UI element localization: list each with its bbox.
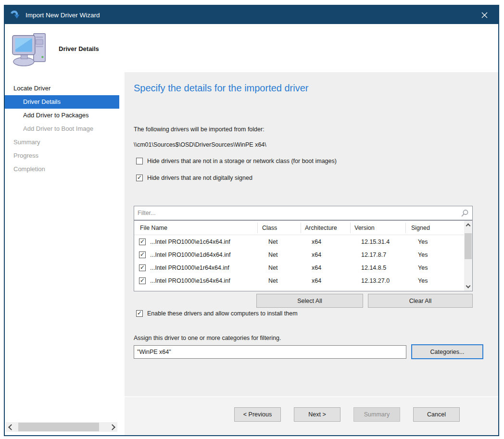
cell-architecture: x64 [312, 277, 361, 284]
categories-button[interactable]: Categories... [411, 344, 483, 359]
table-row[interactable]: ...Intel PRO1000\e1d64x64.inf Net x64 12… [134, 248, 472, 261]
scroll-left-arrow-icon[interactable] [6, 422, 14, 432]
column-header-signed[interactable]: Signed [406, 223, 472, 233]
scroll-right-arrow-icon[interactable] [109, 422, 117, 432]
title-bar: Import New Driver Wizard [5, 6, 498, 24]
import-intro-text: The following drivers will be imported f… [134, 126, 265, 133]
cell-class: Net [268, 277, 312, 284]
row-checkbox[interactable] [139, 251, 146, 258]
computer-icon [12, 30, 49, 67]
hide-unsigned-checkbox-label: Hide drivers that are not digitally sign… [147, 175, 252, 181]
table-row[interactable]: ...Intel PRO1000\e1s64x64.inf Net x64 12… [134, 274, 472, 287]
wizard-body: Locate Driver Driver Details Add Driver … [5, 72, 498, 435]
wizard-page-header: Driver Details [5, 24, 498, 72]
hide-unsigned-checkbox-row: Hide drivers that are not digitally sign… [136, 175, 252, 181]
cell-version: 12.17.8.7 [361, 251, 418, 258]
column-header-file-name[interactable]: File Name [134, 223, 258, 233]
table-vertical-scrollbar[interactable] [464, 221, 472, 291]
wizard-step-sidebar: Locate Driver Driver Details Add Driver … [5, 72, 119, 435]
hide-unsigned-checkbox[interactable] [136, 175, 143, 181]
select-all-button[interactable]: Select All [256, 294, 363, 308]
sidebar-item-add-driver-to-packages[interactable]: Add Driver to Packages [5, 109, 119, 122]
cell-file-name: ...Intel PRO1000\e1r64x64.inf [150, 264, 268, 271]
driver-table-header: File Name Class Architecture Version Sig… [134, 221, 472, 235]
driver-source-path: \\cm01\Sources$\OSD\DriverSources\WinPE … [134, 141, 266, 148]
vertical-scrollbar-thumb[interactable] [465, 233, 472, 259]
content-heading: Specify the details for the imported dri… [134, 83, 309, 94]
sidebar-item-driver-details[interactable]: Driver Details [5, 95, 119, 109]
wizard-arrow-icon [10, 10, 21, 20]
enable-drivers-checkbox-label: Enable these drivers and allow computers… [147, 310, 298, 317]
cell-class: Net [268, 251, 312, 258]
window-title: Import New Driver Wizard [25, 12, 100, 19]
clear-all-button[interactable]: Clear All [368, 294, 473, 308]
cell-file-name: ...Intel PRO1000\e1c64x64.inf [150, 238, 268, 245]
driver-table: File Name Class Architecture Version Sig… [134, 220, 473, 291]
sidebar-horizontal-scrollbar[interactable] [6, 422, 117, 432]
wizard-footer: < Previous Next > Summary Cancel [125, 396, 498, 435]
hide-storage-checkbox[interactable] [136, 158, 143, 164]
filter-input[interactable] [138, 207, 450, 219]
scroll-down-arrow-icon[interactable] [464, 283, 472, 291]
cell-architecture: x64 [312, 264, 361, 271]
cell-version: 12.15.31.4 [361, 238, 418, 245]
horizontal-scrollbar-thumb[interactable] [18, 423, 99, 431]
cell-version: 12.13.27.0 [361, 277, 418, 284]
row-checkbox[interactable] [139, 277, 146, 284]
page-title: Driver Details [59, 45, 99, 52]
table-row[interactable]: ...Intel PRO1000\e1r64x64.inf Net x64 12… [134, 261, 472, 274]
close-icon [481, 12, 488, 19]
cell-architecture: x64 [312, 251, 361, 258]
assign-categories-label: Assign this driver to one or more catego… [134, 335, 281, 341]
column-header-version[interactable]: Version [351, 223, 406, 233]
step-list: Locate Driver Driver Details Add Driver … [5, 82, 119, 176]
row-checkbox[interactable] [139, 238, 146, 245]
close-button[interactable] [476, 8, 492, 22]
content-panel: Specify the details for the imported dri… [125, 72, 498, 435]
cell-class: Net [268, 238, 312, 245]
cell-class: Net [268, 264, 312, 271]
filter-box [134, 206, 473, 220]
cell-file-name: ...Intel PRO1000\e1s64x64.inf [150, 277, 268, 284]
column-header-class[interactable]: Class [258, 223, 301, 233]
previous-button[interactable]: < Previous [234, 407, 281, 422]
sidebar-item-add-driver-to-boot-image: Add Driver to Boot Image [5, 122, 119, 136]
cancel-button[interactable]: Cancel [413, 407, 460, 422]
hide-storage-checkbox-label: Hide drivers that are not in a storage o… [147, 158, 337, 164]
hide-storage-checkbox-row: Hide drivers that are not in a storage o… [136, 158, 337, 164]
cell-architecture: x64 [312, 238, 361, 245]
column-header-architecture[interactable]: Architecture [301, 223, 351, 233]
row-checkbox[interactable] [139, 264, 146, 271]
enable-drivers-checkbox-row: Enable these drivers and allow computers… [136, 310, 298, 317]
sidebar-item-locate-driver[interactable]: Locate Driver [5, 82, 119, 95]
sidebar-item-progress: Progress [5, 149, 119, 163]
table-row[interactable]: ...Intel PRO1000\e1c64x64.inf Net x64 12… [134, 235, 472, 248]
sidebar-item-summary: Summary [5, 136, 119, 149]
summary-button: Summary [353, 407, 400, 422]
next-button[interactable]: Next > [294, 407, 340, 422]
cell-version: 12.14.8.5 [361, 264, 418, 271]
search-icon [461, 209, 469, 217]
cell-file-name: ...Intel PRO1000\e1d64x64.inf [150, 251, 268, 258]
enable-drivers-checkbox[interactable] [136, 310, 143, 317]
wizard-window: Import New Driver Wizard Driver Details [4, 5, 499, 436]
categories-input[interactable] [134, 345, 406, 359]
sidebar-item-completion: Completion [5, 163, 119, 176]
scroll-up-arrow-icon[interactable] [464, 221, 472, 229]
